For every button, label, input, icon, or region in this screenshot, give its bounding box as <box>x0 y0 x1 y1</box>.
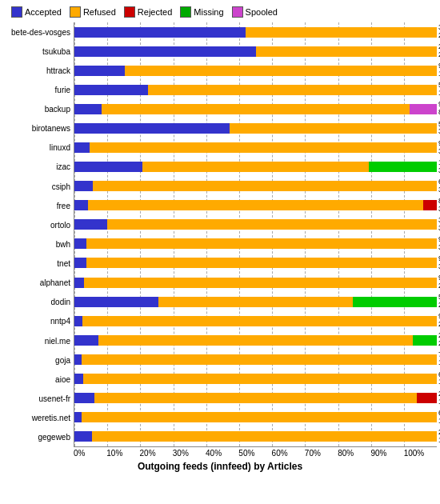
bar-segment-linuxd-refused <box>90 142 437 153</box>
bar-segments-weretis.net <box>74 412 437 422</box>
bars-and-grid: 3038271521312131919414985540141193488385… <box>74 22 437 447</box>
bar-segments-bete-des-vosges <box>74 27 437 38</box>
y-label-linuxd: linuxd <box>3 141 70 155</box>
bar-segment-nntp4-refused <box>82 316 437 326</box>
bar-segment-ortolo-accepted <box>74 219 107 230</box>
bar-segment-furie-accepted <box>74 85 148 95</box>
y-label-nntp4: nntp4 <box>3 314 70 329</box>
bar-row-linuxd: 9052389 <box>74 142 437 154</box>
bar-segment-niel.me-accepted <box>74 335 98 346</box>
chart-area: bete-des-vosgestsukubahttrackfuriebackup… <box>3 22 437 447</box>
x-label-10: 100% <box>404 449 437 458</box>
bar-segment-birotanews-refused <box>230 123 437 134</box>
y-label-ortolo: ortolo <box>3 218 70 232</box>
x-title: Outgoing feeds (innfeed) by Articles <box>3 461 437 472</box>
bar-segment-tsukuba-refused <box>256 46 438 57</box>
legend-label-rejected: Rejected <box>138 7 172 17</box>
legend-color-accepted <box>11 6 22 18</box>
y-label-izac: izac <box>3 160 70 174</box>
x-label-0: 0% <box>74 449 106 458</box>
bar-segment-free-rejected <box>423 200 437 210</box>
bar-segment-dodin-refused <box>158 297 354 307</box>
legend-color-spooled <box>232 6 243 18</box>
bar-row-birotanews: 527394 <box>74 122 437 134</box>
x-label-7: 70% <box>305 449 338 458</box>
bar-segments-backup <box>74 104 437 114</box>
legend-label-missing: Missing <box>194 7 223 17</box>
bar-segments-dodin <box>74 297 437 307</box>
bar-segments-free <box>74 200 437 210</box>
bar-segments-izac <box>74 162 437 172</box>
x-label-4: 40% <box>206 449 238 458</box>
bar-segments-ortolo <box>74 219 437 230</box>
y-labels: bete-des-vosgestsukubahttrackfuriebackup… <box>3 22 74 447</box>
y-label-furie: furie <box>3 82 70 97</box>
bar-segments-goja <box>74 354 437 365</box>
bar-segment-niel.me-refused <box>98 335 412 346</box>
bar-segment-bete-des-vosges-refused <box>246 27 437 38</box>
bar-row-tsukuba: 21312131 <box>74 45 437 58</box>
bar-segment-bwh-refused <box>86 238 437 249</box>
legend-item-rejected: Rejected <box>124 6 172 18</box>
x-label-6: 60% <box>272 449 305 458</box>
bar-row-dodin: 528227 <box>74 295 437 308</box>
bar-segment-csiph-refused <box>93 181 437 191</box>
bar-segment-usenet-fr-refused <box>94 393 416 403</box>
legend-item-accepted: Accepted <box>11 6 62 18</box>
bar-row-bwh: 9330309 <box>74 238 437 250</box>
bar-segment-dodin-missing <box>353 297 437 307</box>
legend-label-accepted: Accepted <box>25 7 62 17</box>
bar-row-alphanet: 9095256 <box>74 276 437 289</box>
bar-segment-usenet-fr-rejected <box>417 393 437 403</box>
bar-segments-usenet-fr <box>74 393 437 403</box>
bar-segment-gegeweb-refused <box>92 431 437 442</box>
bar-segment-izac-missing <box>369 162 437 172</box>
bar-row-tnet: 9325329 <box>74 257 437 270</box>
bar-segment-nntp4-accepted <box>74 316 82 326</box>
legend-label-spooled: Spooled <box>246 7 278 17</box>
bar-segment-backup-refused <box>102 104 409 114</box>
legend-color-rejected <box>124 6 135 18</box>
y-label-alphanet: alphanet <box>3 276 70 290</box>
bar-segment-alphanet-accepted <box>74 278 84 288</box>
y-label-tnet: tnet <box>3 257 70 271</box>
bar-segment-niel.me-missing <box>413 335 437 346</box>
y-label-backup: backup <box>3 102 70 117</box>
x-label-8: 80% <box>338 449 370 458</box>
bar-segments-linuxd <box>74 142 437 153</box>
y-label-gegeweb: gegeweb <box>3 430 70 445</box>
bar-segment-backup-spooled <box>410 104 437 114</box>
bar-segment-bwh-accepted <box>74 238 86 249</box>
bar-row-nntp4: 9226216 <box>74 314 437 327</box>
bar-segment-free-accepted <box>74 200 88 210</box>
x-label-2: 20% <box>140 449 173 458</box>
bar-row-backup: 9348838 <box>74 102 437 115</box>
bar-segments-httrack <box>74 66 437 76</box>
legend-item-spooled: Spooled <box>232 6 278 18</box>
bar-segment-izac-refused <box>142 162 369 172</box>
legend-item-refused: Refused <box>70 6 116 18</box>
bar-row-bete-des-vosges: 30382715 <box>74 26 437 38</box>
bar-segments-tsukuba <box>74 46 437 57</box>
bars-container: 3038271521312131919414985540141193488385… <box>74 22 437 446</box>
x-label-5: 50% <box>238 449 271 458</box>
y-label-httrack: httrack <box>3 63 70 78</box>
bar-segment-bete-des-vosges-accepted <box>74 27 246 38</box>
x-label-3: 30% <box>173 449 206 458</box>
legend-item-missing: Missing <box>180 6 223 18</box>
x-axis-labels: 0%10%20%30%40%50%60%70%80%90%100% <box>74 447 437 458</box>
bar-row-aioe: 6621166 <box>74 372 437 385</box>
bar-row-usenet-fr: 2577162 <box>74 392 437 405</box>
bar-segments-birotanews <box>74 123 437 134</box>
y-label-birotanews: birotanews <box>3 122 70 136</box>
bar-segments-niel.me <box>74 335 437 346</box>
legend-color-missing <box>180 6 191 18</box>
bar-segments-furie <box>74 85 437 95</box>
bar-row-gegeweb: 2573129 <box>74 430 437 443</box>
bar-segments-nntp4 <box>74 316 437 326</box>
bar-row-free: 8692354 <box>74 199 437 212</box>
bar-segment-tnet-refused <box>86 258 437 268</box>
bar-segment-gegeweb-accepted <box>74 431 92 442</box>
bar-segment-linuxd-accepted <box>74 142 90 153</box>
bar-segment-birotanews-accepted <box>74 123 230 134</box>
